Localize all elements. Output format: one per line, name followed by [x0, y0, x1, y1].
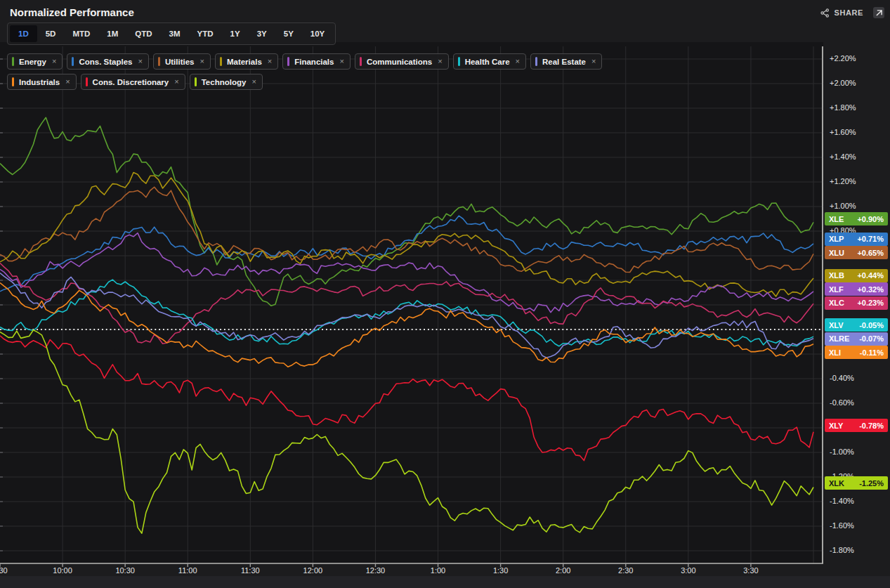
y-tick-label: +1.40% — [830, 152, 856, 161]
badge-change: +0.32% — [857, 285, 884, 294]
y-tick-label: +2.20% — [830, 54, 856, 63]
badge-ticker: XLB — [829, 271, 844, 280]
chip-label: Cons. Staples — [79, 58, 132, 66]
chip-close-icon[interactable]: × — [339, 58, 343, 65]
y-tick-label: -0.60% — [830, 398, 854, 407]
badge-change: -0.78% — [859, 422, 884, 430]
badge-change: -0.05% — [859, 321, 884, 329]
chip-label: Financials — [294, 58, 334, 66]
tab-mtd[interactable]: MTD — [64, 25, 98, 42]
badge-change: +0.44% — [857, 271, 884, 280]
chip-close-icon[interactable]: × — [52, 58, 56, 65]
badge-change: +0.65% — [857, 249, 884, 257]
tab-3y[interactable]: 3Y — [249, 25, 275, 42]
badge-change: -0.07% — [859, 334, 884, 343]
y-tick-label: -0.40% — [830, 374, 854, 382]
sector-chip-xlf[interactable]: Financials× — [282, 53, 351, 70]
chip-label: Real Estate — [542, 58, 586, 66]
sector-chip-xlu[interactable]: Utilities× — [153, 53, 211, 70]
x-tick-label: 10:00 — [47, 566, 78, 575]
badge-ticker: XLE — [829, 215, 844, 223]
chip-color-bar — [287, 57, 289, 66]
badge-change: -0.11% — [860, 348, 884, 357]
x-tick-label: 1:30 — [485, 566, 516, 575]
sector-chip-xlv[interactable]: Health Care× — [453, 53, 526, 70]
chip-color-bar — [458, 57, 460, 66]
chip-close-icon[interactable]: × — [199, 58, 204, 65]
x-tick-label: 11:30 — [235, 566, 266, 575]
tab-qtd[interactable]: QTD — [126, 25, 160, 42]
y-tick-label: +2.00% — [830, 79, 856, 87]
sector-chip-xly[interactable]: Cons. Discretionary× — [81, 74, 185, 90]
tab-1d[interactable]: 1D — [10, 25, 37, 42]
tab-ytd[interactable]: YTD — [189, 25, 222, 42]
tab-10y[interactable]: 10Y — [302, 25, 333, 42]
y-axis-panel: +2.20%+2.00%+1.80%+1.60%+1.40%+1.20%+1.0… — [823, 0, 890, 588]
page-title: Normalized Performance — [10, 6, 134, 18]
y-tick-label: -1.00% — [830, 447, 854, 456]
tab-3m[interactable]: 3M — [161, 25, 189, 42]
tab-1m[interactable]: 1M — [98, 25, 126, 42]
y-tick-label: +1.80% — [830, 103, 856, 112]
chip-close-icon[interactable]: × — [251, 78, 256, 86]
last-value-badge-xle[interactable]: XLE+0.90% — [825, 212, 888, 226]
chip-close-icon[interactable]: × — [138, 58, 143, 65]
chip-close-icon[interactable]: × — [438, 58, 442, 65]
last-value-badge-xlv[interactable]: XLV-0.05% — [825, 318, 888, 332]
last-value-badge-xlre[interactable]: XLRE-0.07% — [825, 332, 888, 346]
sector-chips: Energy×Cons. Staples×Utilities×Materials… — [7, 53, 674, 90]
x-tick-label: 2:30 — [610, 566, 641, 575]
chip-label: Utilities — [165, 58, 195, 66]
chip-label: Materials — [227, 58, 262, 66]
last-value-badge-xlc[interactable]: XLC+0.23% — [825, 296, 888, 310]
sector-chip-xli[interactable]: Industrials× — [7, 74, 77, 90]
chip-label: Industrials — [19, 78, 60, 86]
sector-chip-xlk[interactable]: Technology× — [190, 74, 263, 90]
chip-close-icon[interactable]: × — [65, 78, 70, 86]
badge-ticker: XLY — [829, 422, 843, 430]
chip-close-icon[interactable]: × — [516, 58, 520, 65]
chip-color-bar — [360, 57, 362, 66]
x-tick-label: 9:30 — [0, 566, 15, 575]
chip-color-bar — [195, 77, 197, 86]
chip-color-bar — [220, 57, 222, 66]
chip-color-bar — [535, 57, 537, 66]
last-value-badge-xli[interactable]: XLI-0.11% — [825, 346, 888, 359]
last-value-badge-xlp[interactable]: XLP+0.71% — [825, 233, 888, 246]
chip-color-bar — [12, 57, 14, 66]
x-tick-label: 10:30 — [110, 566, 140, 575]
chip-label: Health Care — [465, 58, 510, 66]
chip-close-icon[interactable]: × — [591, 58, 596, 65]
y-tick-label: -1.40% — [830, 497, 854, 505]
last-value-badge-xlb[interactable]: XLB+0.44% — [825, 269, 888, 282]
chip-label: Energy — [19, 58, 46, 66]
x-tick-label: 12:30 — [360, 566, 391, 575]
sector-chip-xlb[interactable]: Materials× — [215, 53, 278, 70]
chip-close-icon[interactable]: × — [174, 78, 178, 86]
chip-color-bar — [12, 77, 14, 86]
chart-area: Energy×Cons. Staples×Utilities×Materials… — [0, 42, 823, 576]
x-axis-labels: 9:3010:0010:3011:0011:3012:0012:301:001:… — [0, 566, 823, 577]
chip-label: Technology — [202, 78, 247, 86]
bottom-strip — [0, 576, 890, 588]
last-value-badge-xlu[interactable]: XLU+0.65% — [825, 246, 888, 259]
performance-line-chart[interactable] — [0, 42, 823, 576]
chip-close-icon[interactable]: × — [268, 58, 272, 65]
sector-chip-xle[interactable]: Energy× — [7, 53, 63, 70]
tab-5d[interactable]: 5D — [37, 25, 65, 42]
last-value-badge-xlk[interactable]: XLK-1.25% — [825, 476, 888, 490]
last-value-badge-xlf[interactable]: XLF+0.32% — [825, 282, 888, 296]
badge-ticker: XLK — [829, 479, 844, 488]
tab-5y[interactable]: 5Y — [275, 25, 302, 42]
sector-chip-xlc[interactable]: Communications× — [355, 53, 449, 70]
sector-chip-xlre[interactable]: Real Estate× — [530, 53, 602, 70]
tab-1y[interactable]: 1Y — [222, 25, 249, 42]
badge-ticker: XLU — [829, 249, 844, 257]
y-tick-label: +1.00% — [830, 202, 856, 210]
x-tick-label: 12:00 — [297, 566, 328, 575]
badge-change: -1.25% — [859, 479, 884, 488]
y-tick-label: +1.20% — [830, 177, 856, 185]
last-value-badge-xly[interactable]: XLY-0.78% — [825, 419, 888, 432]
sector-chip-xlp[interactable]: Cons. Staples× — [67, 53, 149, 70]
badge-ticker: XLC — [829, 299, 844, 307]
